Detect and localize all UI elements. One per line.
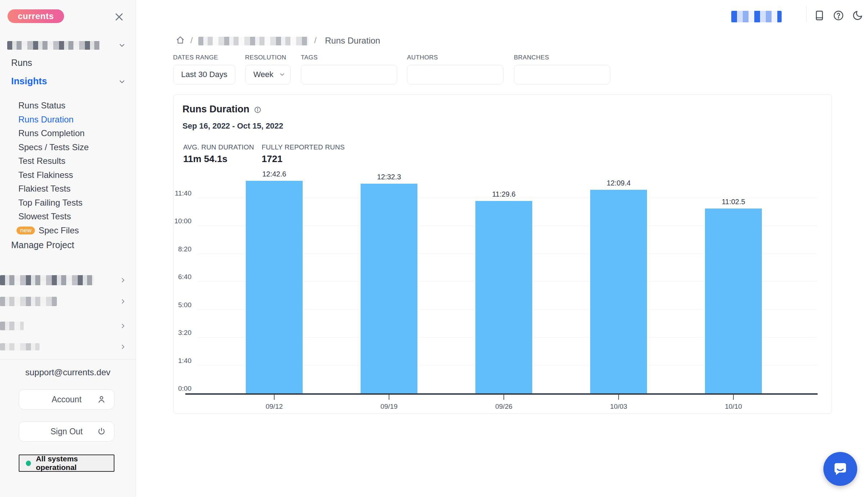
help-button[interactable] <box>832 9 845 22</box>
y-axis-tick-label: 8:20 <box>166 246 191 253</box>
system-status-widget[interactable]: All systems operational <box>19 455 114 472</box>
bar-10/10[interactable]: 11:02.5 <box>705 209 762 393</box>
new-badge: new <box>17 227 35 234</box>
bar-09/26[interactable]: 11:29.6 <box>475 201 532 393</box>
chevron-down-icon <box>118 41 126 49</box>
breadcrumb-current-page: Runs Duration <box>325 36 380 46</box>
logo-text: currents <box>18 11 54 21</box>
org-row[interactable] <box>0 343 136 351</box>
tags-label: TAGS <box>301 54 318 61</box>
status-label: All systems operational <box>36 455 114 472</box>
sidebar-item-specs-tests-size[interactable]: Specs / Tests Size <box>18 140 126 155</box>
chevron-right-icon <box>119 298 127 305</box>
sidebar-item-insights[interactable]: Insights <box>11 76 47 87</box>
tags-field <box>301 65 397 84</box>
org-row[interactable] <box>0 322 136 331</box>
redacted-org-name <box>0 297 57 306</box>
y-axis-tick-label: 6:40 <box>166 273 191 281</box>
app-screen: currents Runs Insights Runs Status Runs … <box>0 0 868 497</box>
chat-bubble-icon <box>832 460 849 478</box>
x-axis-tick-label: 09/26 <box>482 403 525 411</box>
sidebar-item-flakiest-tests[interactable]: Flakiest Tests <box>18 182 126 196</box>
question-icon <box>832 9 845 22</box>
sidebar-item-slowest-tests[interactable]: Slowest Tests <box>18 210 126 224</box>
y-axis-tick-label: 3:20 <box>166 329 191 336</box>
bar-value-label: 11:02.5 <box>722 198 745 206</box>
bar-value-label: 12:32.3 <box>377 173 401 181</box>
currents-logo[interactable]: currents <box>8 9 64 23</box>
x-axis-tick <box>389 395 389 400</box>
bar-chart: 0:001:403:205:006:408:2010:0011:4012:42.… <box>197 166 817 394</box>
x-axis-tick-label: 09/19 <box>367 403 411 411</box>
redacted-breadcrumb-project[interactable] <box>198 37 308 45</box>
bar-value-label: 12:09.4 <box>607 179 631 187</box>
sidebar-item-test-results[interactable]: Test Results <box>18 154 126 168</box>
status-dot-icon <box>26 461 31 466</box>
branches-label: BRANCHES <box>514 54 549 61</box>
sidebar-item-spec-files[interactable]: new Spec Files <box>18 224 126 238</box>
chart-date-range: Sep 16, 2022 - Oct 15, 2022 <box>182 121 283 131</box>
sidebar-item-runs-duration[interactable]: Runs Duration <box>18 113 126 127</box>
redacted-topbar-badge[interactable] <box>731 11 782 22</box>
home-icon <box>175 35 185 45</box>
breadcrumb-separator: / <box>314 35 317 45</box>
x-axis-tick <box>733 395 734 400</box>
redacted-org-name <box>0 275 94 285</box>
moon-icon <box>851 9 864 22</box>
chevron-right-icon <box>119 343 127 350</box>
y-axis-tick-label: 11:40 <box>166 190 191 197</box>
sidebar-item-runs-status[interactable]: Runs Status <box>18 99 126 113</box>
authors-field <box>407 65 503 84</box>
person-icon <box>97 395 106 404</box>
close-icon <box>113 11 125 23</box>
x-axis-tick <box>274 395 275 400</box>
sidebar: currents Runs Insights Runs Status Runs … <box>0 0 136 497</box>
sidebar-divider <box>0 359 136 359</box>
docs-button[interactable] <box>813 9 826 22</box>
book-icon <box>813 9 826 22</box>
resolution-label: RESOLUTION <box>245 54 286 61</box>
resolution-select[interactable]: Week <box>245 65 291 84</box>
sidebar-item-manage-project[interactable]: Manage Project <box>11 240 74 250</box>
authors-input[interactable] <box>407 65 503 84</box>
y-axis-tick-label: 0:00 <box>166 385 191 392</box>
stat-reported-runs-value: 1721 <box>262 153 282 165</box>
breadcrumb-home-button[interactable] <box>175 35 185 45</box>
x-axis-tick-label: 09/12 <box>253 403 296 411</box>
x-axis-line <box>185 393 818 395</box>
user-email: support@currents.dev <box>0 367 136 377</box>
dates-range-label: DATES RANGE <box>173 54 218 61</box>
dates-range-button[interactable]: Last 30 Days <box>173 65 235 84</box>
x-axis-tick <box>618 395 619 400</box>
bar-10/03[interactable]: 12:09.4 <box>590 190 647 393</box>
info-icon[interactable] <box>254 106 262 114</box>
bar-09/12[interactable]: 12:42.6 <box>246 181 303 393</box>
x-axis-tick-label: 10/03 <box>597 403 640 411</box>
chevron-down-icon <box>118 78 126 86</box>
y-axis-tick-label: 1:40 <box>166 357 191 364</box>
stat-avg-duration-value: 11m 54.1s <box>183 153 227 165</box>
org-row[interactable] <box>0 297 136 307</box>
stat-reported-runs-label: FULLY REPORTED RUNS <box>262 143 345 151</box>
sign-out-button[interactable]: Sign Out <box>19 421 114 442</box>
sidebar-close-button[interactable] <box>113 11 125 23</box>
sidebar-item-runs-completion[interactable]: Runs Completion <box>18 126 126 140</box>
sidebar-item-runs[interactable]: Runs <box>11 58 32 68</box>
redacted-org-name <box>0 343 40 350</box>
chat-launcher-button[interactable] <box>823 452 857 486</box>
sidebar-item-top-failing-tests[interactable]: Top Failing Tests <box>18 196 126 210</box>
account-button[interactable]: Account <box>19 389 114 409</box>
stat-avg-duration-label: AVG. RUN DURATION <box>183 143 254 151</box>
bar-value-label: 11:29.6 <box>492 190 515 198</box>
sidebar-item-test-flakiness[interactable]: Test Flakiness <box>18 168 126 182</box>
tags-input[interactable] <box>301 65 397 84</box>
bar-09/19[interactable]: 12:32.3 <box>361 184 417 393</box>
theme-toggle-button[interactable] <box>851 9 864 22</box>
chevron-right-icon <box>119 277 127 284</box>
y-axis-tick-label: 10:00 <box>166 218 191 225</box>
redacted-project-name <box>7 41 100 50</box>
branches-input[interactable] <box>514 65 610 84</box>
org-row[interactable] <box>0 275 136 286</box>
power-icon <box>97 427 106 436</box>
project-selector[interactable] <box>7 40 126 51</box>
